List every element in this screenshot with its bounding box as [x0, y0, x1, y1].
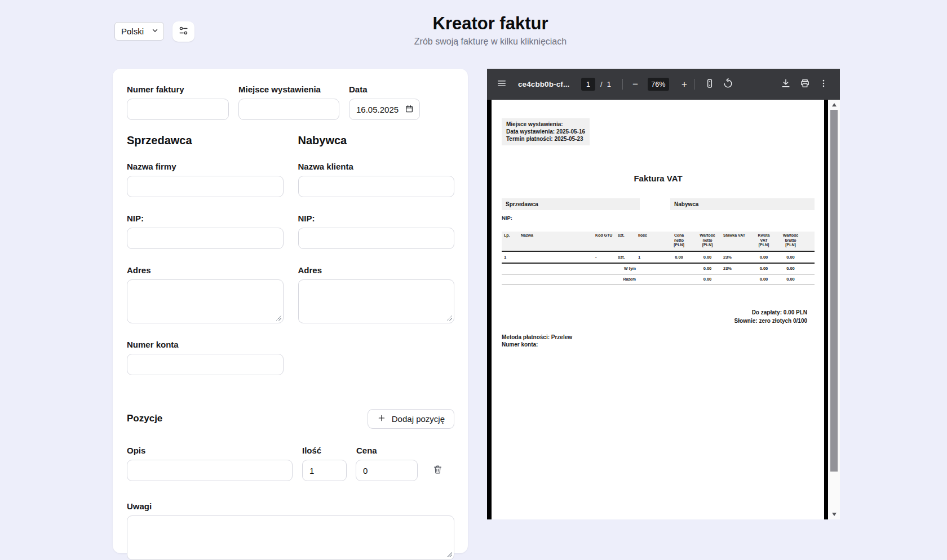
- total-empty-vat-rate: [722, 274, 750, 285]
- zoom-in-button[interactable]: +: [678, 79, 691, 90]
- invoice-form-card: Numer faktury Miejsce wystawienia Data 1…: [113, 69, 468, 553]
- add-item-button-label: Dodaj pozycję: [392, 414, 445, 424]
- rotate-button[interactable]: [722, 78, 734, 91]
- resize-handle[interactable]: [446, 552, 452, 557]
- resize-handle[interactable]: [446, 315, 452, 321]
- buyer-address-textarea[interactable]: [298, 279, 455, 323]
- scrollbar-down-arrow[interactable]: [828, 510, 840, 519]
- col-wartosc-netto: Wartość netto [PLN]: [693, 232, 722, 251]
- total-vat-amount: 0.00: [750, 274, 778, 285]
- page-title: Kreator faktur: [34, 12, 947, 35]
- company-name-label: Nazwa firmy: [127, 162, 284, 171]
- item-price-input[interactable]: [356, 460, 418, 481]
- pdf-page-total: 1: [607, 80, 611, 88]
- cell-wartosc-brutto: 0.00: [778, 251, 815, 263]
- trash-icon: [432, 464, 443, 477]
- form-row-top: Numer faktury Miejsce wystawienia Data 1…: [127, 85, 454, 120]
- meta-issue-date: Data wystawienia: 2025-05-16: [506, 128, 585, 135]
- issue-place-label: Miejsce wystawienia: [238, 85, 339, 94]
- print-button[interactable]: [799, 78, 811, 91]
- invoice-document: Miejsce wystawienia: Data wystawienia: 2…: [492, 100, 824, 519]
- seller-section: Sprzedawca Nazwa firmy NIP: Adres Numer …: [127, 134, 284, 392]
- client-name-label: Nazwa klienta: [298, 162, 455, 171]
- item-qty-label: Ilość: [302, 446, 347, 455]
- items-header-row: Pozycje Dodaj pozycję: [127, 408, 454, 429]
- subtotal-empty: [665, 263, 693, 274]
- amount-due: Do zapłaty: 0.00 PLN: [502, 308, 807, 317]
- invoice-number-input[interactable]: [127, 99, 229, 120]
- company-name-input[interactable]: [127, 176, 284, 197]
- field-company-name: Nazwa firmy: [127, 162, 284, 197]
- field-buyer-address: Adres: [298, 265, 455, 323]
- field-seller-address: Adres: [127, 265, 284, 323]
- add-item-button[interactable]: Dodaj pozycję: [368, 409, 454, 429]
- fit-to-page-button[interactable]: [704, 78, 715, 91]
- pdf-menu-button[interactable]: [496, 78, 507, 91]
- subtotal-label: W tym: [502, 263, 665, 274]
- buyer-nip-label: NIP:: [298, 214, 455, 223]
- meta-due-date: Termin płatności: 2025-05-23: [506, 135, 585, 143]
- date-value: 16.05.2025: [356, 105, 399, 114]
- party-header-bars: Sprzedawca Nabywca: [502, 198, 815, 210]
- cell-cena-netto: 0.00: [665, 251, 693, 263]
- date-label: Data: [349, 85, 420, 94]
- download-button[interactable]: [780, 78, 791, 91]
- invoice-title: Faktura VAT: [502, 174, 815, 184]
- download-icon: [780, 78, 791, 91]
- notes-textarea[interactable]: [127, 515, 454, 560]
- account-number-label: Numer konta: [127, 340, 284, 349]
- col-stawka-vat: Stawka VAT: [722, 232, 750, 251]
- seller-address-textarea[interactable]: [127, 279, 284, 323]
- buyer-heading: Nabywca: [298, 134, 455, 147]
- account-number-input[interactable]: [127, 354, 284, 375]
- calendar-icon[interactable]: [405, 104, 414, 115]
- item-desc-input[interactable]: [127, 460, 293, 481]
- payment-method: Metoda płatności: Przelew: [502, 334, 815, 341]
- pdf-page-input[interactable]: 1: [581, 78, 595, 91]
- scrollbar-thumb[interactable]: [830, 110, 838, 472]
- delete-item-button[interactable]: [430, 463, 445, 478]
- pdf-toolbar: ce4cbb0b-cf... 1 / 1 − 76% +: [487, 69, 840, 100]
- seller-nip-input[interactable]: [127, 228, 284, 249]
- subtotal-net: 0.00: [693, 263, 722, 274]
- item-qty-input[interactable]: [302, 460, 347, 481]
- cell-jednostka: szt.: [613, 251, 634, 263]
- field-notes: Uwagi: [127, 501, 454, 560]
- field-account-number: Numer konta: [127, 340, 284, 375]
- field-buyer-nip: NIP:: [298, 214, 455, 249]
- fit-page-icon: [704, 78, 715, 91]
- app-header: Kreator faktur Zrób swoją fakturę w kilk…: [34, 12, 947, 47]
- three-dots-icon: [818, 78, 829, 90]
- pdf-scrollbar[interactable]: [828, 100, 840, 519]
- seller-address-label: Adres: [127, 265, 284, 275]
- hamburger-icon: [496, 78, 507, 91]
- scrollbar-up-arrow[interactable]: [828, 100, 840, 109]
- field-issue-place: Miejsce wystawienia: [238, 85, 339, 120]
- item-desc-label: Opis: [127, 446, 293, 455]
- pdf-viewport: Miejsce wystawienia: Data wystawienia: 2…: [487, 100, 840, 519]
- buyer-nip-input[interactable]: [298, 228, 455, 249]
- total-empty: [665, 274, 693, 285]
- col-cena-netto: Cena netto [PLN]: [665, 232, 693, 251]
- seller-nip-label: NIP:: [127, 214, 284, 223]
- cell-lp: 1: [502, 251, 516, 263]
- field-client-name: Nazwa klienta: [298, 162, 455, 197]
- seller-heading: Sprzedawca: [127, 134, 284, 147]
- issue-place-input[interactable]: [238, 99, 339, 120]
- resize-handle[interactable]: [276, 315, 281, 321]
- subtotal-vat-rate: 23%: [722, 263, 750, 274]
- pdf-page: Miejsce wystawienia: Data wystawienia: 2…: [492, 100, 824, 519]
- cell-kwota-vat: 0.00: [750, 251, 778, 263]
- more-options-button[interactable]: [818, 78, 829, 90]
- total-net: 0.00: [693, 274, 722, 285]
- invoice-number-label: Numer faktury: [127, 85, 229, 94]
- invoice-buyer-header: Nabywca: [670, 198, 815, 210]
- zoom-out-button[interactable]: −: [629, 79, 642, 90]
- client-name-input[interactable]: [298, 176, 455, 197]
- account-number-line: Numer konta:: [502, 341, 815, 348]
- col-kod-gtu: Kod GTU: [591, 232, 613, 251]
- date-input[interactable]: 16.05.2025: [349, 99, 420, 120]
- item-row: [127, 460, 454, 481]
- field-invoice-number: Numer faktury: [127, 85, 229, 120]
- amount-due-block: Do zapłaty: 0.00 PLN Słownie: zero złoty…: [502, 308, 815, 325]
